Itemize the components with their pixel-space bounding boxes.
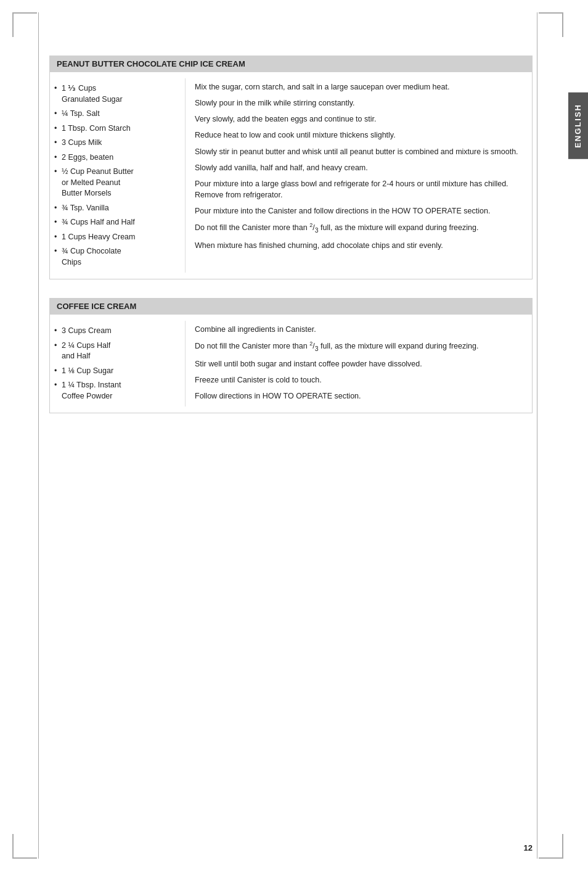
list-item: 2 Eggs, beaten — [53, 151, 179, 165]
corner-border-tl — [12, 12, 37, 37]
list-item: 1 Cups Heavy Cream — [53, 230, 179, 245]
list-item: 1 Tbsp. Corn Starch — [53, 122, 179, 136]
list-item: ¾ Cup ChocolateChips — [53, 244, 179, 270]
corner-border-bl — [12, 834, 37, 859]
list-item: ¾ Cups Half and Half — [53, 215, 179, 230]
page-number: 12 — [524, 843, 533, 852]
recipe2-section: COFFEE ICE CREAM 3 Cups Cream 2 ¼ Cups H… — [49, 298, 533, 413]
instruction-text: Slowly stir in peanut butter and whisk u… — [195, 146, 526, 157]
list-item: 1 ¼ Tbsp. InstantCoffee Powder — [53, 378, 179, 403]
recipe2-body: 3 Cups Cream 2 ¼ Cups Halfand Half 1 ⅛ C… — [49, 315, 533, 413]
english-tab: ENGLISH — [568, 93, 588, 159]
list-item: ½ Cup Peanut Butteror Melted PeanutButte… — [53, 165, 179, 201]
corner-border-tr — [539, 12, 563, 37]
instruction-text: Pour mixture into a large glass bowl and… — [195, 178, 526, 200]
recipe1-instructions: Mix the sugar, corn starch, and salt in … — [186, 78, 532, 273]
margin-line-right — [537, 12, 537, 859]
recipe2-instructions: Combine all ingredients in Canister. Do … — [186, 321, 532, 407]
instruction-text: Slowly pour in the milk while stirring c… — [195, 97, 526, 109]
recipe1-title: PEANUT BUTTER CHOCOLATE CHIP ICE CREAM — [49, 56, 533, 72]
list-item: ¾ Tsp. Vanilla — [53, 201, 179, 216]
recipe2-ingredients: 3 Cups Cream 2 ¼ Cups Halfand Half 1 ⅛ C… — [50, 321, 186, 407]
instruction-text: Stir well until both sugar and instant c… — [195, 358, 526, 369]
list-item: 1 ⅛ Cup Sugar — [53, 364, 179, 379]
instruction-text: Very slowly, add the beaten eggs and con… — [195, 114, 526, 125]
list-item: 3 Cups Milk — [53, 136, 179, 151]
instruction-text: Follow directions in HOW TO OPERATE sect… — [195, 390, 526, 402]
recipe2-title: COFFEE ICE CREAM — [49, 298, 533, 315]
instruction-text: Freeze until Canister is cold to touch. — [195, 374, 526, 386]
instruction-text: Do not fill the Canister more than 2/3 f… — [195, 340, 526, 353]
instruction-text: Do not fill the Canister more than 2/3 f… — [195, 221, 526, 235]
instruction-text: Reduce heat to low and cook until mixtur… — [195, 130, 526, 141]
recipe2-ingredients-list: 3 Cups Cream 2 ¼ Cups Halfand Half 1 ⅛ C… — [53, 324, 179, 403]
list-item: 1 ⅓ CupsGranulated Sugar — [53, 81, 179, 107]
list-item: 2 ¼ Cups Halfand Half — [53, 339, 179, 364]
instruction-text: Combine all ingredients in Canister. — [195, 324, 526, 335]
recipe1-body: 1 ⅓ CupsGranulated Sugar ¼ Tsp. Salt 1 T… — [49, 72, 533, 279]
instruction-text: Pour mixture into the Canister and follo… — [195, 205, 526, 217]
margin-line-left — [38, 12, 39, 859]
list-item: 3 Cups Cream — [53, 324, 179, 339]
instruction-text: Slowly add vanilla, half and half, and h… — [195, 162, 526, 173]
page-wrapper: ENGLISH PEANUT BUTTER CHOCOLATE CHIP ICE… — [0, 0, 588, 871]
instruction-text: Mix the sugar, corn starch, and salt in … — [195, 81, 526, 93]
recipe1-ingredients: 1 ⅓ CupsGranulated Sugar ¼ Tsp. Salt 1 T… — [50, 78, 186, 273]
instruction-text: When mixture has finished churning, add … — [195, 240, 526, 251]
recipe1-ingredients-list: 1 ⅓ CupsGranulated Sugar ¼ Tsp. Salt 1 T… — [53, 81, 179, 270]
recipe1-section: PEANUT BUTTER CHOCOLATE CHIP ICE CREAM 1… — [49, 56, 533, 279]
list-item: ¼ Tsp. Salt — [53, 107, 179, 122]
content-area: PEANUT BUTTER CHOCOLATE CHIP ICE CREAM 1… — [49, 25, 533, 413]
corner-border-br — [539, 834, 563, 859]
